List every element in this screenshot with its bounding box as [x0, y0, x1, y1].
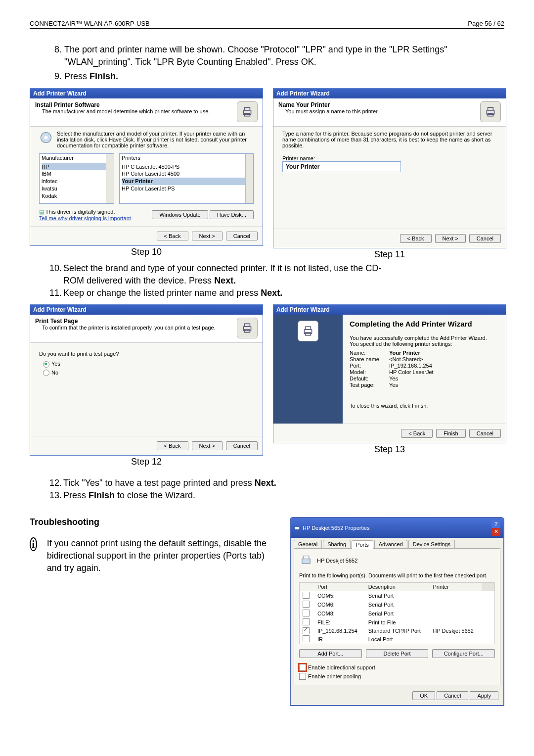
help-text: Select the manufacturer and model of you…: [57, 131, 254, 148]
scrollbar[interactable]: [106, 154, 114, 203]
instruction-list-top: The port and printer name will be shown.…: [30, 44, 504, 83]
port-checkbox[interactable]: [303, 601, 310, 608]
port-name: FILE:: [314, 618, 365, 627]
port-checkbox[interactable]: [303, 610, 310, 616]
port-desc: Standard TCP/IP Port: [365, 627, 430, 635]
dialog-step12: Add Printer Wizard Print Test Page To co…: [30, 304, 263, 456]
port-desc: Serial Port: [365, 600, 430, 609]
list-item[interactable]: HP C LaserJet 4500-PS: [122, 163, 251, 171]
next-button[interactable]: Next >: [192, 441, 222, 450]
complete-line1: You have successfully completed the Add …: [350, 335, 499, 341]
svg-rect-15: [302, 559, 310, 563]
printer-name-label: Printer name:: [282, 155, 497, 161]
port-checkbox[interactable]: [303, 592, 310, 599]
add-port-button[interactable]: Add Port...: [299, 649, 362, 658]
tab-general[interactable]: General: [294, 540, 322, 548]
printer-name-input[interactable]: Your Printer: [282, 161, 401, 172]
enable-pooling-checkbox[interactable]: Enable printer pooling: [299, 673, 495, 680]
next-button[interactable]: Next >: [192, 232, 222, 240]
ok-button[interactable]: OK: [412, 691, 435, 700]
list-item[interactable]: HP Color LaserJet PS: [122, 185, 251, 192]
table-row[interactable]: IP_192.68.1.254Standard TCP/IP PortHP De…: [300, 627, 495, 635]
delete-port-button[interactable]: Delete Port: [366, 649, 429, 658]
cancel-button[interactable]: Cancel: [469, 429, 501, 438]
list-item[interactable]: Iwatsu: [42, 185, 112, 192]
apply-button[interactable]: Apply: [470, 691, 498, 700]
port-name: COM5:: [314, 591, 365, 600]
dialog-title: Add Printer Wizard: [30, 89, 263, 98]
header-left: CONNECT2AIR™ WLAN AP-600RP-USB: [30, 20, 150, 27]
svg-rect-14: [295, 527, 299, 529]
svg-rect-16: [303, 556, 309, 559]
cancel-button[interactable]: Cancel: [226, 441, 258, 450]
instruction-9: Press Finish.: [64, 70, 504, 83]
instructions-12-13: 12.Tick "Yes" to have a test page printe…: [49, 477, 504, 502]
prop-title-text: HP Deskjet 5652 Properties: [294, 524, 370, 531]
back-button[interactable]: < Back: [400, 234, 432, 243]
svg-rect-12: [306, 327, 311, 329]
svg-rect-1: [245, 107, 250, 110]
radio-yes[interactable]: Yes: [43, 361, 254, 368]
printer-icon: [298, 321, 318, 341]
dlg-head-sub: The manufacturer and model determine whi…: [35, 108, 210, 114]
cancel-button[interactable]: Cancel: [437, 691, 468, 700]
printer-name: HP Deskjet 5652: [317, 558, 357, 564]
table-row[interactable]: IRLocal Port: [300, 635, 495, 644]
table-row[interactable]: COM5:Serial Port: [300, 591, 495, 600]
close-hint: To close this wizard, click Finish.: [350, 403, 499, 409]
back-button[interactable]: < Back: [157, 441, 188, 450]
next-button[interactable]: Next >: [435, 234, 466, 243]
list-item[interactable]: HP: [42, 163, 112, 171]
cancel-button[interactable]: Cancel: [469, 234, 501, 243]
signed-text: This driver is digitally signed.: [45, 209, 115, 215]
dialog-step10: Add Printer Wizard Install Printer Softw…: [30, 88, 263, 246]
finish-button[interactable]: Finish: [436, 429, 465, 438]
have-disk-button[interactable]: Have Disk...: [210, 210, 254, 219]
troubleshooting-heading: Troubleshooting: [30, 517, 270, 527]
svg-rect-9: [245, 324, 250, 326]
list-item[interactable]: Kodak: [42, 192, 112, 200]
port-checkbox[interactable]: [303, 627, 310, 634]
dlg-head-title: Install Printer Software: [35, 101, 210, 108]
step-caption: Step 12: [30, 457, 263, 467]
port-printer: [430, 600, 482, 609]
table-row[interactable]: COM6:Serial Port: [300, 600, 495, 609]
help-text: Type a name for this printer. Because so…: [282, 131, 497, 148]
scrollbar[interactable]: [245, 154, 253, 203]
back-button[interactable]: < Back: [401, 429, 433, 438]
dlg-head-sub: To confirm that the printer is installed…: [35, 325, 216, 331]
tab-ports[interactable]: Ports: [352, 540, 373, 549]
back-button[interactable]: < Back: [157, 232, 188, 240]
printer-icon: [237, 318, 258, 338]
manufacturer-list[interactable]: Manufacturer HP IBM infotec Iwatsu Kodak: [39, 153, 114, 204]
instruction-8: The port and printer name will be shown.…: [64, 44, 504, 68]
cancel-button[interactable]: Cancel: [226, 232, 258, 240]
port-checkbox[interactable]: [303, 635, 310, 642]
port-checkbox[interactable]: [303, 618, 310, 625]
list-item[interactable]: Your Printer: [122, 178, 251, 185]
ports-table: Port Description Printer COM5:Serial Por…: [299, 582, 495, 644]
tab-device-settings[interactable]: Device Settings: [408, 540, 455, 548]
enable-bidirectional-checkbox[interactable]: Enable bidirectional support: [299, 664, 495, 671]
wizard-side-banner: [273, 315, 343, 424]
complete-line2: You specified the following printer sett…: [350, 341, 499, 347]
help-button[interactable]: ?: [491, 520, 500, 528]
tab-sharing[interactable]: Sharing: [323, 540, 351, 548]
table-row[interactable]: COM8:Serial Port: [300, 609, 495, 618]
table-row[interactable]: FILE:Print to File: [300, 618, 495, 627]
tab-advanced[interactable]: Advanced: [374, 540, 407, 548]
list-item[interactable]: infotec: [42, 178, 112, 185]
printers-list[interactable]: Printers HP C LaserJet 4500-PS HP Color …: [119, 153, 254, 204]
signing-link[interactable]: Tell me why driver signing is important: [39, 215, 131, 221]
dlg-head-sub: You must assign a name to this printer.: [278, 108, 379, 114]
port-desc: Print to File: [365, 618, 430, 627]
printer-icon: [299, 554, 313, 567]
list-item[interactable]: IBM: [42, 170, 112, 178]
configure-port-button[interactable]: Configure Port...: [432, 649, 495, 658]
list-item[interactable]: HP Color LaserJet 4500: [122, 170, 251, 178]
windows-update-button[interactable]: Windows Update: [152, 210, 208, 219]
close-button[interactable]: ✕: [491, 528, 500, 536]
step-caption: Step 11: [273, 249, 506, 260]
step-caption: Step 10: [30, 247, 263, 257]
radio-no[interactable]: No: [43, 370, 254, 377]
